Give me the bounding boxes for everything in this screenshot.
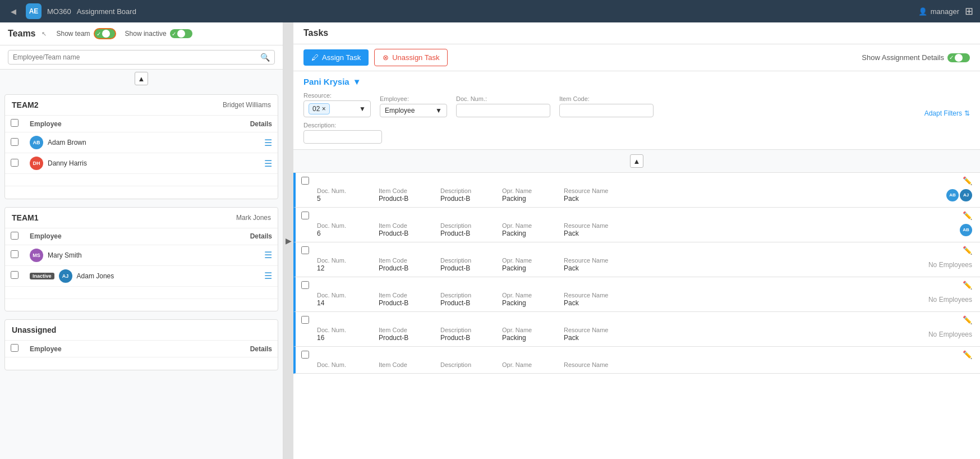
resource-label: Resource: [303, 92, 371, 99]
team1-name: TEAM1 [12, 213, 38, 222]
task16-res-col: Resource Name Pack [564, 327, 625, 342]
mary-smith-checkbox[interactable] [11, 250, 19, 258]
task12-edit-icon[interactable]: ✏️ [963, 246, 972, 255]
show-assignment-details-label: Show Assignment Details [862, 53, 944, 62]
doc-num-input[interactable] [456, 104, 550, 117]
task6-edit-icon[interactable]: ✏️ [963, 211, 972, 220]
task6-avatar-ab: AB [960, 224, 972, 236]
resource-select[interactable]: 02 × ▼ [303, 100, 371, 117]
doc-num-label: Doc. Num.: [456, 95, 550, 102]
left-panel: Teams ↖ Show team ✓ Show inactive ✓ [0, 22, 283, 459]
task12-no-employees: No Employees [928, 261, 972, 269]
team2-leader: Bridget Williams [223, 101, 271, 109]
task14-checkbox[interactable] [301, 281, 309, 289]
task12-res-col: Resource Name Pack [564, 257, 625, 272]
employee-chevron: ▼ [435, 107, 442, 114]
task-empty-edit-icon[interactable]: ✏️ [963, 350, 972, 359]
task5-opr-col: Opr. Name Packing [502, 187, 564, 203]
employee-filter-group: Employee: Employee ▼ [380, 95, 447, 117]
unassigned-col-details: Details [167, 341, 278, 357]
team2-name: TEAM2 [12, 100, 38, 109]
task-empty-checkbox[interactable] [301, 351, 309, 359]
unassigned-name: Unassigned [12, 325, 56, 334]
task14-doc-col: Doc. Num. 14 [317, 292, 379, 307]
task-row-5: ✏️ Doc. Num. 5 Item Code Product-B Descr… [293, 173, 980, 208]
description-input[interactable] [303, 130, 382, 144]
topbar: ◀ AE MO360 Assignment Board 👤 manager ⊞ [0, 0, 980, 22]
app-logo: AE [26, 3, 42, 19]
team2-table: Employee Details AB Adam Brown [5, 116, 278, 199]
search-input[interactable] [13, 53, 260, 61]
table-row [5, 357, 278, 370]
task14-edit-icon[interactable]: ✏️ [963, 281, 972, 290]
danny-harris-checkbox[interactable] [11, 159, 19, 167]
task16-no-employees: No Employees [928, 331, 972, 338]
task5-doc-col: Doc. Num. 5 [317, 187, 379, 203]
task16-checkbox[interactable] [301, 316, 309, 324]
team1-card: TEAM1 Mark Jones Employee Details [4, 207, 278, 312]
task5-edit-icon[interactable]: ✏️ [963, 176, 972, 185]
task12-desc-col: Description Product-B [440, 257, 502, 272]
show-team-group: Show team ✓ [57, 28, 116, 39]
person-header: Pani Krysia ▼ Resource: 02 × ▼ Employee: [293, 71, 980, 150]
adam-jones-checkbox[interactable] [11, 271, 19, 279]
unassign-task-label: Unassign Task [392, 53, 439, 62]
task5-avatars: AB AJ [946, 189, 972, 201]
search-icon[interactable]: 🔍 [260, 53, 270, 62]
task14-opr-col: Opr. Name Packing [502, 292, 564, 307]
grid-icon[interactable]: ⊞ [965, 5, 973, 17]
show-assignment-toggle[interactable]: ✓ [947, 53, 970, 62]
show-inactive-toggle[interactable]: ✓ [170, 29, 192, 38]
unassigned-table: Employee Details [5, 341, 278, 370]
back-button[interactable]: ◀ [7, 4, 20, 18]
table-row: Inactive AJ Adam Jones ☰ [5, 265, 278, 286]
task6-checkbox[interactable] [301, 212, 309, 219]
mary-smith-name: Mary Smith [48, 251, 82, 259]
table-row [5, 186, 278, 199]
unassigned-select-all[interactable] [11, 344, 19, 352]
right-header: Tasks [293, 22, 980, 44]
item-code-input[interactable] [559, 104, 654, 117]
adapt-filters-btn[interactable]: Adapt Filters ⇅ [924, 109, 970, 117]
collapse-right-btn[interactable]: ▲ [630, 154, 643, 168]
adam-brown-details-icon[interactable]: ☰ [264, 138, 272, 148]
task12-checkbox[interactable] [301, 246, 309, 254]
adam-brown-checkbox[interactable] [11, 138, 19, 146]
team1-select-all[interactable] [11, 232, 19, 240]
person-name[interactable]: Pani Krysia ▼ [303, 77, 970, 86]
avatar-aj: AJ [59, 269, 72, 283]
task16-doc-col: Doc. Num. 16 [317, 327, 379, 342]
task16-edit-icon[interactable]: ✏️ [963, 315, 972, 324]
adam-jones-row: Inactive AJ Adam Jones [30, 269, 206, 283]
user-name: manager [931, 7, 959, 16]
item-code-filter-group: Item Code: [559, 95, 654, 117]
danny-harris-row: DH Danny Harris [30, 157, 189, 170]
tasks-content: ✏️ Doc. Num. 5 Item Code Product-B Descr… [293, 173, 980, 459]
adam-jones-details-icon[interactable]: ☰ [264, 271, 272, 281]
filters-row: Resource: 02 × ▼ Employee: Employee ▼ [303, 92, 970, 117]
task5-avatar-ab: AB [946, 189, 959, 201]
show-inactive-group: Show inactive ✓ [125, 29, 192, 38]
unassign-icon: ⊗ [383, 53, 389, 62]
employee-select[interactable]: Employee ▼ [380, 104, 447, 117]
task14-res-col: Resource Name Pack [564, 292, 625, 307]
resource-filter-group: Resource: 02 × ▼ [303, 92, 371, 117]
danny-harris-details-icon[interactable]: ☰ [264, 159, 272, 168]
unassign-task-button[interactable]: ⊗ Unassign Task [374, 49, 448, 66]
panel-collapse-btn[interactable]: ▶ [283, 22, 293, 459]
task14-no-employees: No Employees [928, 296, 972, 304]
team2-select-all[interactable] [11, 119, 19, 127]
assign-task-button[interactable]: 🖊 Assign Task [303, 49, 369, 66]
tasks-title: Tasks [303, 28, 328, 38]
teams-title[interactable]: Teams [8, 29, 36, 39]
mary-smith-details-icon[interactable]: ☰ [264, 250, 272, 260]
show-team-toggle[interactable]: ✓ [94, 28, 116, 39]
task5-checkbox[interactable] [301, 177, 309, 185]
adam-brown-row: AB Adam Brown [30, 136, 189, 149]
task-empty-opr-col: Opr. Name [502, 361, 564, 369]
collapse-left-btn[interactable]: ▲ [135, 72, 148, 85]
task6-item-col: Item Code Product-B [379, 222, 440, 237]
task5-res-col: Resource Name Pack [564, 187, 625, 203]
table-row: MS Mary Smith ☰ [5, 245, 278, 265]
unassigned-col-employee: Employee [24, 341, 167, 357]
